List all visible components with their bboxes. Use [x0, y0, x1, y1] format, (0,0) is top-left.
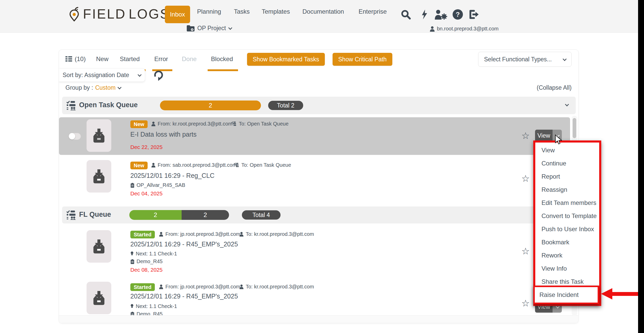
task-row[interactable]: New From: kr.root.preprod.3@ptt.com To: …	[59, 117, 570, 155]
bookmark-star-icon[interactable]: ☆	[521, 131, 530, 140]
bookmark-star-icon[interactable]: ☆	[521, 247, 530, 256]
task-row[interactable]: Started From: jp.root.preprod.3@ptt.com …	[59, 227, 570, 275]
user-icon	[151, 121, 156, 126]
grid-icon	[65, 56, 72, 62]
inbox-tray-icon	[91, 128, 107, 144]
nav-item-tasks[interactable]: Tasks	[234, 0, 250, 23]
logout-icon[interactable]	[468, 9, 479, 20]
total-pill: Total 4	[242, 210, 281, 220]
menu-item-continue[interactable]: Continue	[535, 157, 599, 170]
scrollbar-thumb[interactable]	[573, 118, 576, 138]
tab-error[interactable]: Error	[154, 55, 168, 63]
menu-item-raise-incident[interactable]: Raise Incident	[533, 286, 599, 304]
section-fl-queue[interactable]: FL Queue 2 2 Total 4	[62, 206, 576, 223]
tab-done[interactable]: Done	[182, 55, 197, 63]
card-bottom-strip	[59, 315, 579, 323]
nav-item-enterprise[interactable]: Enterprise	[359, 0, 387, 23]
menu-item-convert-to-template[interactable]: Convert to Template	[535, 209, 599, 222]
project-folder-icon	[187, 25, 195, 32]
total-pill: Total 2	[268, 101, 303, 110]
bulb-icon	[130, 304, 134, 309]
queue-icon	[66, 210, 77, 220]
section-collapse-icon[interactable]	[565, 102, 569, 106]
section-title: FL Queue	[79, 211, 111, 219]
menu-item-bookmark[interactable]: Bookmark	[535, 236, 599, 249]
group-by-value[interactable]: Custom	[95, 84, 115, 91]
menu-item-report[interactable]: Report	[535, 170, 599, 183]
task-title: 2025/12/01 16:29 - R45_EMP's_2025	[130, 240, 238, 248]
task-to: To: Open Task Queue	[234, 162, 291, 168]
nav-item-inbox[interactable]: Inbox	[165, 6, 190, 23]
task-count: (10)	[75, 55, 86, 63]
task-to: To: kr.root.preprod.3@ptt.com	[239, 284, 314, 290]
nav-item-templates[interactable]: Templates	[262, 0, 290, 23]
user-email: bn.root.preprod.3@ptt.com	[437, 26, 498, 32]
tab-blocked[interactable]: Blocked	[211, 55, 233, 63]
task-title: E-I Data loss with parts	[130, 131, 197, 138]
chevron-down-icon	[228, 26, 232, 30]
user-account[interactable]: bn.root.preprod.3@ptt.com	[430, 26, 498, 32]
app-screen: FIELDLOGS Inbox Planning Tasks Templates…	[0, 0, 644, 333]
status-badge: Started	[130, 283, 155, 291]
show-critical-path-button[interactable]: Show Critical Path	[333, 53, 392, 66]
started-count-pill: 2	[129, 210, 182, 220]
chevron-down-icon[interactable]	[117, 85, 122, 89]
view-button[interactable]: View	[535, 130, 553, 141]
task-due-date: Dec 08, 2025	[130, 267, 163, 273]
tab-new[interactable]: New	[96, 55, 108, 63]
user-icon	[239, 232, 244, 237]
project-selector[interactable]: OP Project	[187, 25, 231, 32]
fieldlogs-pin-icon	[69, 6, 80, 21]
task-from: From: jp.root.preprod.3@ptt.com	[159, 231, 240, 237]
functional-types-select[interactable]: Select Functional Types...	[478, 52, 572, 67]
user-icon	[239, 284, 244, 289]
annotation-arrow-tail	[611, 292, 638, 296]
user-icon	[430, 26, 435, 32]
tab-started[interactable]: Started	[120, 55, 140, 63]
task-next-step: Next: 1.1 Check-1	[130, 303, 177, 309]
task-to: To: Open Task Queue	[231, 121, 289, 127]
task-select-toggle[interactable]	[69, 133, 81, 140]
task-template: Demo_R45	[130, 259, 163, 264]
status-badge: Started	[130, 231, 155, 238]
inbox-panel: (10) New Started Error Done Blocked Show…	[59, 49, 579, 323]
inbox-tray-icon	[91, 168, 107, 184]
nav-item-documentation[interactable]: Documentation	[302, 0, 344, 23]
task-title: 2025/12/01 16:29 - R45_EMP's_2025	[130, 293, 238, 300]
menu-item-reassign[interactable]: Reassign	[535, 183, 599, 196]
collapse-all-link[interactable]: (Collapse All)	[537, 84, 572, 91]
chevron-down-icon	[138, 73, 142, 77]
menu-item-view[interactable]: View	[535, 144, 599, 157]
menu-item-rework[interactable]: Rework	[535, 249, 599, 262]
task-row[interactable]: New From: sab.root.preprod.3@ptt.com To:…	[59, 157, 570, 199]
section-open-task-queue[interactable]: Open Task Queue 2 Total 2	[62, 97, 576, 114]
bolt-icon[interactable]	[419, 9, 430, 20]
status-badge: New	[130, 162, 148, 169]
task-title: 2025/12/01 16:29 - Reg_CLC	[130, 172, 215, 179]
user-icon	[151, 163, 156, 168]
bookmark-star-icon[interactable]: ☆	[521, 174, 530, 183]
queue-icon	[231, 121, 237, 126]
sort-by-select[interactable]: Sort by: Assignation Date	[59, 68, 145, 82]
menu-item-view-info[interactable]: View Info	[535, 262, 599, 275]
task-template: OP_Allvar_R45_SAB	[130, 182, 185, 188]
nav-item-planning[interactable]: Planning	[197, 0, 221, 23]
user-settings-icon[interactable]	[434, 9, 448, 20]
refresh-icon[interactable]	[153, 69, 164, 81]
menu-item-edit-team-members[interactable]: Edit Team members	[535, 196, 599, 209]
search-icon[interactable]	[401, 9, 411, 20]
mouse-cursor-icon	[554, 135, 563, 145]
show-bookmarked-tasks-button[interactable]: Show Bookmarked Tasks	[247, 53, 325, 66]
user-icon	[159, 284, 163, 289]
help-icon[interactable]: ?	[453, 9, 463, 20]
chevron-down-icon	[563, 57, 567, 61]
brand-logo[interactable]: FIELDLOGS	[69, 6, 170, 22]
bookmark-star-icon[interactable]: ☆	[521, 299, 530, 308]
task-to: To: kr.root.preprod.3@ptt.com	[239, 231, 314, 237]
menu-item-push-to-user-inbox[interactable]: Push to User Inbox	[535, 222, 599, 236]
clipboard-icon	[130, 183, 134, 188]
list-view-toggle[interactable]: (10)	[65, 55, 86, 63]
top-header: FIELDLOGS Inbox Planning Tasks Templates…	[0, 0, 644, 33]
user-icon	[159, 232, 163, 237]
pending-count-pill: 2	[182, 210, 229, 220]
